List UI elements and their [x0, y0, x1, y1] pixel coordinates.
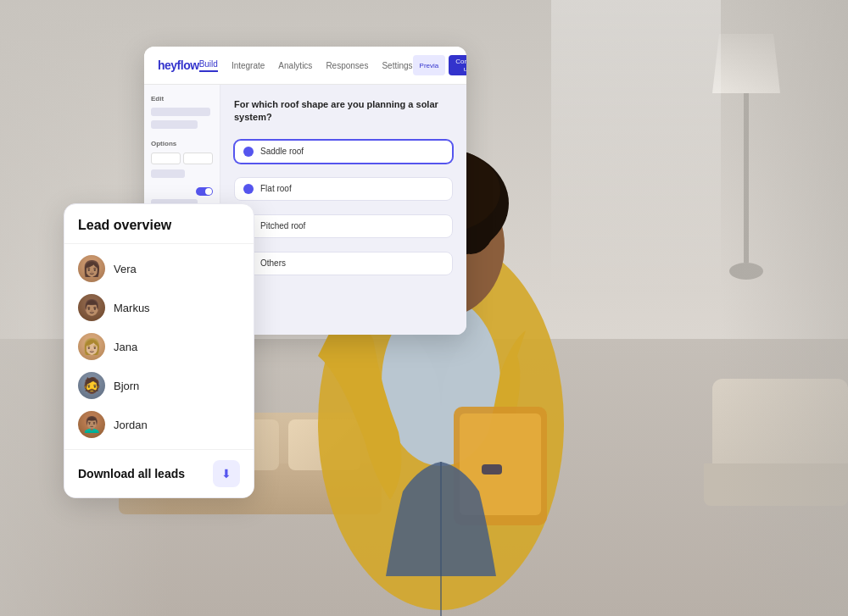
option-saddle-roof[interactable]: Saddle roof	[234, 140, 453, 164]
background-chair	[678, 379, 848, 531]
avatar-jordan: 👨🏽‍🦱	[78, 411, 105, 438]
app-logo: heyflow	[158, 58, 199, 72]
lead-item-jordan: 👨🏽‍🦱 Jordan	[64, 405, 254, 444]
lead-footer: Download all leads ⬇	[64, 449, 254, 497]
sidebar-block-3	[151, 169, 185, 178]
lead-overview-card: Lead overview 👩🏽 Vera 👨🏽 Markus 👩🏼 Jana …	[64, 203, 254, 498]
option-label-others: Others	[260, 258, 286, 268]
sidebar-block-2	[151, 120, 198, 129]
lead-item-markus: 👨🏽 Markus	[64, 288, 254, 327]
avatar-bjorn: 🧔	[78, 372, 105, 399]
option-flat-roof[interactable]: Flat roof	[234, 177, 453, 201]
preview-button[interactable]: Previa	[413, 55, 446, 75]
sidebar-input-row	[151, 153, 213, 164]
option-dot	[243, 147, 254, 157]
avatar-vera: 👩🏽	[78, 255, 105, 282]
nav-settings[interactable]: Settings	[382, 61, 412, 70]
app-nav: Build Integrate Analytics Responses Sett…	[199, 59, 413, 72]
option-dot	[243, 184, 254, 194]
nav-analytics[interactable]: Analytics	[278, 61, 312, 70]
lead-name-jana: Jana	[114, 341, 137, 353]
avatar-markus: 👨🏽	[78, 294, 105, 321]
app-header: heyflow Build Integrate Analytics Respon…	[144, 47, 466, 85]
avatar-jana: 👩🏼	[78, 333, 105, 360]
lead-title: Lead overview	[78, 218, 240, 233]
lead-list: 👩🏽 Vera 👨🏽 Markus 👩🏼 Jana 🧔 Bjorn 👨🏽‍🦱 J…	[64, 244, 254, 449]
lead-name-markus: Markus	[114, 302, 150, 314]
app-main: For which roof shape are you planning a …	[220, 85, 466, 335]
nav-responses[interactable]: Responses	[326, 61, 368, 70]
sidebar-edit-label: Edit	[151, 95, 213, 103]
app-question: For which roof shape are you planning a …	[234, 98, 453, 125]
lead-header: Lead overview	[64, 204, 254, 244]
lead-name-jordan: Jordan	[114, 419, 148, 431]
sidebar-block-1	[151, 108, 210, 116]
lead-item-jana: 👩🏼 Jana	[64, 327, 254, 366]
window-light	[551, 0, 721, 297]
option-others[interactable]: Others	[234, 252, 453, 275]
contact-button[interactable]: Contact us	[449, 55, 466, 75]
option-label-flat: Flat roof	[260, 184, 292, 193]
lead-item-bjorn: 🧔 Bjorn	[64, 366, 254, 405]
option-label-saddle: Saddle roof	[260, 147, 304, 156]
option-label-pitched: Pitched roof	[260, 221, 305, 230]
background-lamp	[712, 34, 780, 288]
sidebar-toggle[interactable]	[196, 187, 213, 196]
lead-name-vera: Vera	[114, 263, 137, 275]
download-button[interactable]: ⬇	[213, 460, 240, 487]
sidebar-options-label: Options	[151, 140, 213, 147]
lead-name-bjorn: Bjorn	[114, 380, 139, 392]
nav-integrate[interactable]: Integrate	[232, 61, 265, 70]
option-pitched-roof[interactable]: Pitched roof	[234, 214, 453, 238]
lead-item-vera: 👩🏽 Vera	[64, 249, 254, 288]
download-all-label: Download all leads	[78, 467, 185, 480]
nav-build[interactable]: Build	[199, 59, 218, 72]
